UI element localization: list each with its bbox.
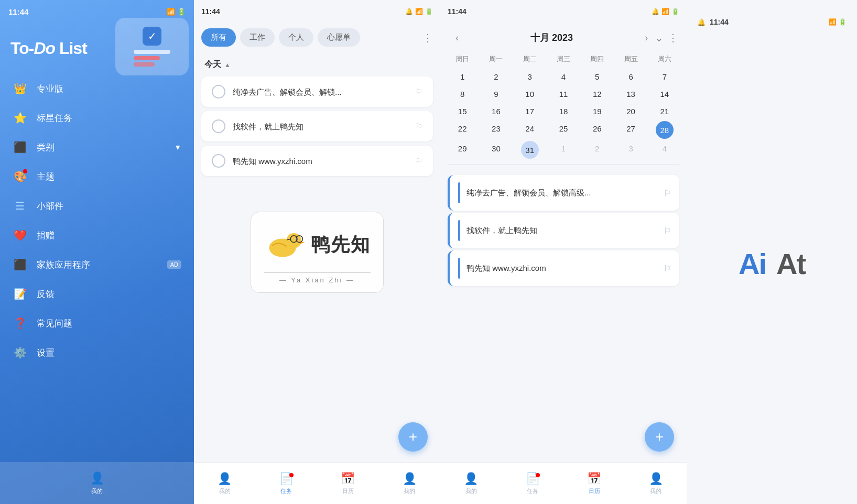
promo-battery-icon: 🔋 [839, 18, 847, 26]
cal-task-flag-2[interactable]: ⚐ [664, 226, 671, 236]
tasks-nav-me[interactable]: 👤 我的 [379, 472, 441, 495]
tasks-fab[interactable]: + [398, 422, 428, 452]
task-flag-2[interactable]: ⚐ [415, 122, 422, 132]
task-flag-3[interactable]: ⚐ [415, 156, 422, 166]
me-nav-icon: 👤 [403, 472, 417, 486]
cal-nav-profile[interactable]: 👤 我的 [440, 472, 502, 495]
task-flag-1[interactable]: ⚐ [415, 87, 422, 97]
tasks-nav-calendar[interactable]: 📅 日历 [317, 472, 379, 495]
cal-day-11[interactable]: 11 [547, 85, 580, 103]
cal-task-3: 鸭先知 www.yxzhi.com ⚐ [448, 250, 679, 286]
tab-all[interactable]: 所有 [201, 28, 236, 47]
cal-day-13[interactable]: 13 [614, 85, 647, 103]
cal-day-22[interactable]: 22 [446, 120, 479, 140]
tasks-tabs: 所有 工作 个人 心愿单 ⋮ [194, 23, 440, 52]
cal-day-4[interactable]: 4 [547, 68, 580, 85]
cal-day-nov3[interactable]: 3 [614, 140, 647, 160]
calendar-nav-icon: 📅 [341, 472, 355, 486]
task-checkbox-1[interactable] [212, 85, 225, 98]
cal-day-24[interactable]: 24 [513, 120, 547, 140]
tasks-nav-me-label: 我的 [404, 487, 415, 495]
cal-day-9[interactable]: 9 [479, 85, 513, 103]
cal-task-list: 纯净去广告、解锁会员、解锁高级... ⚐ 找软件，就上鸭先知 ⚐ 鸭先知 www… [440, 169, 687, 504]
cal-nav-tasks-label: 任务 [527, 487, 538, 495]
cal-day-16[interactable]: 16 [479, 103, 513, 120]
cal-day-28-today[interactable]: 28 [656, 121, 674, 139]
sidebar-item-family[interactable]: ⬛ 家族应用程序 AD [0, 250, 194, 279]
task-text-1: 纯净去广告、解锁会员、解锁... [233, 86, 408, 97]
hero-check-icon: ✓ [143, 27, 161, 46]
cal-day-21[interactable]: 21 [648, 103, 681, 120]
cal-day-20[interactable]: 20 [614, 103, 647, 120]
sidebar-item-theme[interactable]: 🎨 主题 [0, 162, 194, 191]
collapse-icon[interactable]: ▲ [224, 61, 231, 69]
sidebar-bottom-nav: 👤 我的 [0, 462, 194, 504]
cal-day-2[interactable]: 2 [479, 68, 513, 85]
tab-personal[interactable]: 个人 [279, 28, 313, 47]
sidebar-label-starred: 标星任务 [37, 112, 181, 124]
cal-day-nov1[interactable]: 1 [547, 140, 580, 160]
tasks-nav-profile[interactable]: 👤 我的 [194, 472, 256, 495]
cal-day-5[interactable]: 5 [580, 68, 614, 85]
cal-task-flag-1[interactable]: ⚐ [664, 188, 671, 198]
task-item-3: 鸭先知 www.yxzhi.com ⚐ [201, 146, 433, 176]
cal-more-icon[interactable]: ⋮ [668, 31, 678, 44]
cal-day-1[interactable]: 1 [446, 68, 479, 85]
cal-next-btn[interactable]: › [638, 29, 655, 46]
cal-fab[interactable]: + [645, 422, 674, 452]
cal-day-3[interactable]: 3 [513, 68, 547, 85]
cal-day-nov4[interactable]: 4 [648, 140, 681, 160]
sidebar-label-settings: 设置 [37, 347, 181, 359]
sidebar-item-category[interactable]: ⬛ 类别 ▼ [0, 133, 194, 162]
cal-nav-calendar[interactable]: 📅 日历 [563, 472, 625, 495]
cal-nav-profile-icon: 👤 [464, 472, 478, 486]
sidebar-nav-profile[interactable]: 👤 我的 [0, 472, 194, 495]
sidebar-item-widget[interactable]: ☰ 小部件 [0, 191, 194, 221]
cal-nav-tasks-icon: 📄 [526, 472, 540, 486]
sidebar-item-donate[interactable]: ❤️ 捐赠 [0, 221, 194, 250]
cal-day-30[interactable]: 30 [479, 140, 513, 160]
cal-day-18[interactable]: 18 [547, 103, 580, 120]
cal-day-23[interactable]: 23 [479, 120, 513, 140]
task-checkbox-2[interactable] [212, 119, 225, 133]
cal-day-12[interactable]: 12 [580, 85, 614, 103]
cal-day-26[interactable]: 26 [580, 120, 614, 140]
sidebar-label-donate: 捐赠 [37, 229, 181, 242]
cal-day-31-selected[interactable]: 31 [521, 141, 539, 159]
cal-day-17[interactable]: 17 [513, 103, 547, 120]
cal-day-29[interactable]: 29 [446, 140, 479, 160]
cal-prev-btn[interactable]: ‹ [449, 29, 465, 46]
cal-day-25[interactable]: 25 [547, 120, 580, 140]
sidebar-item-settings[interactable]: ⚙️ 设置 [0, 338, 194, 367]
tasks-panel: 11:44 🔔 📶 🔋 所有 工作 个人 心愿单 ⋮ 今天 ▲ 纯净去广告、解锁… [194, 0, 440, 504]
promo-status-icons: 📶 🔋 [829, 18, 847, 26]
cal-day-15[interactable]: 15 [446, 103, 479, 120]
cal-nav-me[interactable]: 👤 我的 [625, 472, 687, 495]
cal-day-14[interactable]: 14 [648, 85, 681, 103]
cal-expand-icon[interactable]: ⌄ [655, 31, 664, 44]
hero-card: ✓ [115, 18, 189, 75]
cal-day-7[interactable]: 7 [648, 68, 681, 85]
cal-task-1: 纯净去广告、解锁会员、解锁高级... ⚐ [448, 175, 679, 211]
cal-day-10[interactable]: 10 [513, 85, 547, 103]
cal-day-nov2[interactable]: 2 [580, 140, 614, 160]
tasks-more-icon[interactable]: ⋮ [422, 31, 433, 44]
tab-work[interactable]: 工作 [240, 28, 275, 47]
promo-time: 11:44 [710, 18, 729, 26]
cal-day-8[interactable]: 8 [446, 85, 479, 103]
sidebar-item-faq[interactable]: ❓ 常见问题 [0, 309, 194, 338]
cal-day-19[interactable]: 19 [580, 103, 614, 120]
cal-day-27[interactable]: 27 [614, 120, 647, 140]
weekday-sat: 周六 [648, 52, 681, 66]
tab-wishlist[interactable]: 心愿单 [318, 28, 360, 47]
sidebar-item-pro[interactable]: 👑 专业版 [0, 74, 194, 103]
sidebar-item-feedback[interactable]: 📝 反馈 [0, 279, 194, 309]
task-checkbox-3[interactable] [212, 154, 225, 168]
cal-task-flag-3[interactable]: ⚐ [664, 264, 671, 273]
cal-alarm-icon: 🔔 [652, 8, 659, 15]
tasks-nav-tasks[interactable]: 📄 任务 [256, 472, 318, 495]
cal-nav-tasks[interactable]: 📄 任务 [502, 472, 564, 495]
cal-day-6[interactable]: 6 [614, 68, 647, 85]
cal-nav-tasks-dot [536, 473, 540, 477]
sidebar-item-starred[interactable]: ⭐ 标星任务 [0, 103, 194, 133]
